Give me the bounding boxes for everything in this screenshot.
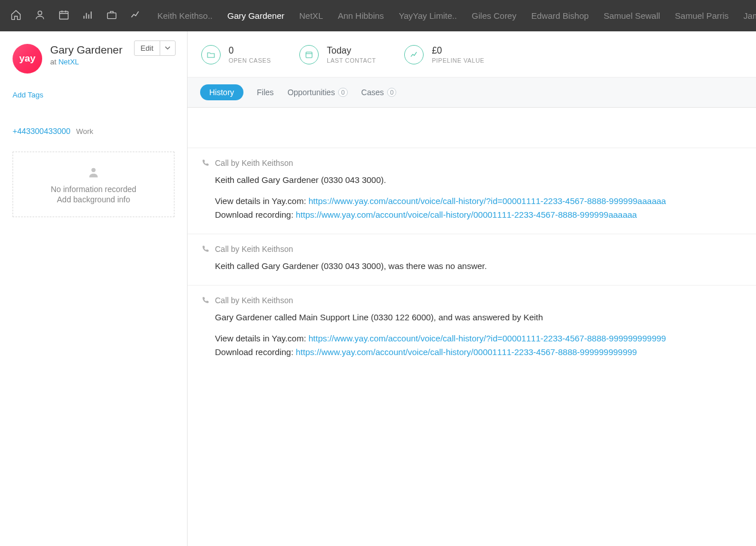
entry-header: Call by Keith Keithson <box>201 296 742 305</box>
edit-button[interactable]: Edit <box>134 40 176 56</box>
tab-label: Cases <box>361 88 384 97</box>
phone-row: +443300433000 Work <box>13 127 174 136</box>
text: Download recording: <box>215 347 296 357</box>
calendar-icon[interactable] <box>58 9 70 22</box>
profile-header: yay Gary Gardener at NetXL Edit <box>13 44 174 74</box>
stat-value: Today <box>327 46 376 56</box>
entry-title: Call by Keith Keithson <box>215 296 293 305</box>
entry-line: Keith called Gary Gardener (0330 043 300… <box>215 259 742 272</box>
stat-last-contact: Today LAST CONTACT <box>299 45 376 64</box>
feed-entry: Call by Keith Keithson Keith called Gary… <box>188 148 756 234</box>
company-link[interactable]: NetXL <box>58 58 79 66</box>
topbar-tab[interactable]: Edward Bishop <box>531 11 589 21</box>
bg-line1: No information recorded <box>19 185 168 194</box>
entry-header: Call by Keith Keithson <box>201 158 742 168</box>
bars-icon[interactable] <box>82 9 94 22</box>
home-icon[interactable] <box>10 9 22 22</box>
svg-point-3 <box>91 168 95 172</box>
briefcase-icon[interactable] <box>106 9 117 22</box>
text: View details in Yay.com: <box>215 196 308 206</box>
avatar: yay <box>13 44 42 74</box>
svg-point-0 <box>38 11 42 15</box>
text: Download recording: <box>215 210 296 219</box>
tab-history[interactable]: History <box>200 84 243 100</box>
topbar-tabs: Keith Keithso.. Gary Gardener NetXL Ann … <box>157 11 756 21</box>
feed-entry: Call by Keith Keithson Gary Gardener cal… <box>188 285 756 371</box>
entry-details: View details in Yay.com: https://www.yay… <box>215 332 742 345</box>
text: View details in Yay.com: <box>215 333 308 343</box>
stat-pipeline: £0 PIPELINE VALUE <box>404 45 484 64</box>
person-icon[interactable] <box>34 9 46 22</box>
tab-files[interactable]: Files <box>257 88 274 97</box>
phone-number[interactable]: +443300433000 <box>13 127 71 136</box>
stat-label: PIPELINE VALUE <box>432 57 484 64</box>
entry-download: Download recording: https://www.yay.com/… <box>215 345 742 358</box>
main-panel: 0 OPEN CASES Today LAST CONTACT £0 PIPEL… <box>188 31 756 546</box>
entry-body: Keith called Gary Gardener (0330 043 300… <box>215 173 742 221</box>
entry-header: Call by Keith Keithson <box>201 245 742 254</box>
svg-rect-1 <box>60 11 68 19</box>
topbar-tab[interactable]: YayYay Limite.. <box>399 11 457 21</box>
topbar-tab[interactable]: Giles Corey <box>472 11 516 21</box>
folder-icon <box>201 45 221 64</box>
entry-title: Call by Keith Keithson <box>215 245 293 254</box>
history-feed: Call by Keith Keithson Keith called Gary… <box>188 108 756 371</box>
count-badge: 0 <box>387 88 396 97</box>
topbar-tab[interactable]: NetXL <box>299 11 323 21</box>
phone-type: Work <box>76 127 94 136</box>
topbar: Keith Keithso.. Gary Gardener NetXL Ann … <box>0 0 756 31</box>
add-tags-link[interactable]: Add Tags <box>13 91 174 99</box>
bg-line2: Add background info <box>19 195 168 204</box>
stat-value: £0 <box>432 46 484 56</box>
chevron-down-icon[interactable] <box>160 41 175 55</box>
trend-icon <box>404 45 424 64</box>
content-tabs: History Files Opportunities 0 Cases 0 <box>188 78 756 108</box>
entry-body: Gary Gardener called Main Support Line (… <box>215 311 742 358</box>
edit-label: Edit <box>135 41 160 55</box>
stat-value: 0 <box>229 46 271 56</box>
topbar-tab[interactable]: Samuel Sewall <box>604 11 660 21</box>
topbar-tab[interactable]: Samuel Parris <box>675 11 729 21</box>
entry-download: Download recording: https://www.yay.com/… <box>215 208 742 221</box>
topbar-icon-group <box>10 9 141 22</box>
contact-company: at NetXL <box>50 58 123 66</box>
trend-icon[interactable] <box>130 9 141 22</box>
stats-row: 0 OPEN CASES Today LAST CONTACT £0 PIPEL… <box>188 31 756 78</box>
stat-label: OPEN CASES <box>229 57 271 64</box>
feed-entry: Call by Keith Keithson Keith called Gary… <box>188 234 756 285</box>
svg-rect-2 <box>108 13 116 19</box>
entry-details: View details in Yay.com: https://www.yay… <box>215 194 742 207</box>
tab-label: Opportunities <box>287 88 335 97</box>
topbar-tab[interactable]: Ann Hibbins <box>338 11 384 21</box>
entry-line: Gary Gardener called Main Support Line (… <box>215 311 742 324</box>
phone-icon <box>201 159 209 167</box>
topbar-tab[interactable]: Keith Keithso.. <box>157 11 213 21</box>
download-link[interactable]: https://www.yay.com/account/voice/call-h… <box>296 210 637 219</box>
at-prefix: at <box>50 58 58 66</box>
download-link[interactable]: https://www.yay.com/account/voice/call-h… <box>296 347 637 357</box>
entry-line: Keith called Gary Gardener (0330 043 300… <box>215 173 742 186</box>
svg-rect-4 <box>306 52 312 58</box>
entry-body: Keith called Gary Gardener (0330 043 300… <box>215 259 742 272</box>
entry-title: Call by Keith Keithson <box>215 158 293 168</box>
stat-label: LAST CONTACT <box>327 57 376 64</box>
person-icon <box>87 166 100 178</box>
count-badge: 0 <box>338 88 347 97</box>
topbar-tab[interactable]: Gary Gardener <box>227 11 284 21</box>
contact-name: Gary Gardener <box>50 44 123 56</box>
calendar-icon <box>299 45 319 64</box>
background-info-box[interactable]: No information recorded Add background i… <box>13 152 174 217</box>
tab-cases[interactable]: Cases 0 <box>361 88 397 97</box>
topbar-tab[interactable]: James Bayley <box>743 11 756 21</box>
tab-opportunities[interactable]: Opportunities 0 <box>287 88 347 97</box>
sidebar: yay Gary Gardener at NetXL Edit Add Tags… <box>0 31 188 546</box>
details-link[interactable]: https://www.yay.com/account/voice/call-h… <box>308 333 666 343</box>
details-link[interactable]: https://www.yay.com/account/voice/call-h… <box>308 196 666 206</box>
phone-icon <box>201 245 209 253</box>
stat-open-cases: 0 OPEN CASES <box>201 45 271 64</box>
phone-icon <box>201 296 209 304</box>
